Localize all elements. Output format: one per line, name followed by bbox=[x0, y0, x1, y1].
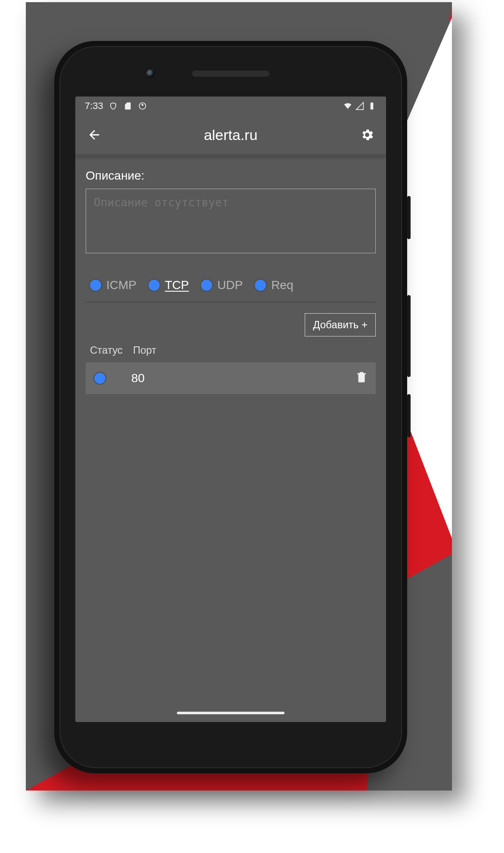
sd-card-icon bbox=[123, 101, 133, 111]
phone-camera bbox=[146, 69, 155, 78]
status-dot-icon bbox=[93, 372, 106, 385]
tab-req[interactable]: Req bbox=[254, 278, 293, 292]
battery-icon bbox=[367, 101, 377, 111]
back-button[interactable] bbox=[85, 125, 104, 144]
status-dot-icon bbox=[148, 279, 161, 292]
trash-icon bbox=[355, 370, 368, 383]
tab-label: ICMP bbox=[106, 278, 136, 292]
table-headers: Статус Порт bbox=[86, 336, 376, 362]
col-port: Порт bbox=[133, 344, 156, 356]
wifi-icon bbox=[343, 101, 352, 111]
circle-dot-icon bbox=[138, 101, 147, 111]
description-label: Описание: bbox=[86, 169, 376, 183]
phone-frame: 7:33 alerta.ru bbox=[54, 41, 407, 773]
tab-icmp[interactable]: ICMP bbox=[89, 278, 136, 292]
svg-point-0 bbox=[139, 103, 145, 109]
status-dot-icon bbox=[200, 279, 213, 292]
signal-icon bbox=[355, 101, 365, 111]
content: Описание: ICMP TCP UDP bbox=[75, 156, 386, 407]
delete-button[interactable] bbox=[355, 370, 368, 386]
phone-speaker bbox=[192, 71, 269, 77]
shield-icon bbox=[108, 101, 118, 111]
status-dot-icon bbox=[89, 279, 102, 292]
col-status: Статус bbox=[90, 344, 123, 356]
tab-label: UDP bbox=[217, 278, 243, 292]
tab-udp[interactable]: UDP bbox=[200, 278, 243, 292]
svg-point-1 bbox=[141, 104, 143, 106]
screen: 7:33 alerta.ru bbox=[75, 97, 386, 722]
gear-icon bbox=[360, 128, 374, 142]
status-bar: 7:33 bbox=[75, 97, 386, 115]
phone-bezel: 7:33 alerta.ru bbox=[59, 46, 402, 768]
protocol-tabs: ICMP TCP UDP Req bbox=[86, 278, 376, 303]
page-title: alerta.ru bbox=[104, 127, 358, 143]
description-input[interactable] bbox=[86, 189, 376, 253]
tab-tcp[interactable]: TCP bbox=[148, 278, 189, 292]
port-value: 80 bbox=[131, 371, 145, 385]
tab-label: TCP bbox=[165, 278, 189, 292]
phone-side-button bbox=[407, 295, 411, 377]
add-button[interactable]: Добавить + bbox=[305, 313, 376, 336]
arrow-left-icon bbox=[87, 128, 102, 142]
app-bar: alerta.ru bbox=[75, 115, 386, 156]
settings-button[interactable] bbox=[358, 125, 377, 144]
status-time: 7:33 bbox=[85, 100, 103, 112]
phone-side-button bbox=[407, 196, 411, 239]
tab-label: Req bbox=[271, 278, 293, 292]
table-row[interactable]: 80 bbox=[86, 362, 376, 394]
phone-side-button bbox=[407, 394, 411, 437]
android-nav-handle[interactable] bbox=[177, 712, 284, 714]
status-dot-icon bbox=[254, 279, 267, 292]
